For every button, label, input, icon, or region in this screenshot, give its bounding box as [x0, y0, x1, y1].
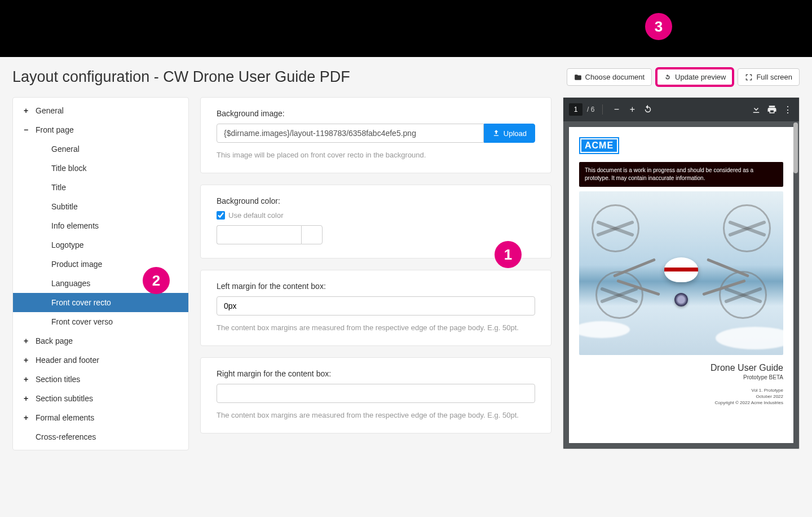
- sidebar-item-label: General: [51, 144, 80, 154]
- sidebar-item-info-elements[interactable]: Info elements: [13, 216, 188, 235]
- zoom-out-icon[interactable]: −: [611, 104, 622, 115]
- refresh-icon: [664, 73, 672, 81]
- more-icon[interactable]: ⋮: [782, 104, 793, 115]
- sidebar-item-label: Logotype: [51, 240, 84, 249]
- toolbar-divider: [602, 104, 603, 115]
- bg-image-help: This image will be placed on front cover…: [217, 151, 535, 159]
- doc-title: Drone User Guide: [579, 363, 783, 373]
- pdf-page-total: / 6: [587, 106, 594, 113]
- page-title: Layout configuration - CW Drone User Gui…: [12, 68, 350, 86]
- sidebar-item-front-cover-verso[interactable]: Front cover verso: [13, 312, 188, 331]
- zoom-in-icon[interactable]: +: [626, 104, 638, 115]
- sidebar-item-label: Front cover recto: [51, 298, 111, 307]
- choose-document-button[interactable]: Choose document: [567, 68, 652, 86]
- bg-image-input[interactable]: [217, 124, 484, 143]
- acme-logo: ACME: [579, 137, 619, 154]
- page-header: Layout configuration - CW Drone User Gui…: [12, 68, 800, 86]
- pdf-page-preview: ACME This document is a work in progress…: [569, 127, 793, 443]
- sidebar-item-label: Info elements: [51, 221, 99, 230]
- expand-icon: +: [23, 413, 29, 422]
- doc-meta-date: October 2022: [579, 393, 783, 400]
- sidebar-item-front-cover-recto[interactable]: Front cover recto: [13, 293, 188, 312]
- preview-column: 1 / 6 − + ⋮: [563, 97, 800, 449]
- expand-icon: +: [23, 375, 29, 384]
- bg-color-card: Background color: Use default color: [200, 185, 551, 258]
- color-swatch[interactable]: [301, 225, 323, 244]
- sidebar-item-label: Title: [51, 183, 66, 192]
- right-margin-input[interactable]: [217, 384, 535, 403]
- pdf-page-current[interactable]: 1: [569, 103, 582, 116]
- print-icon[interactable]: [766, 104, 778, 115]
- bg-image-card: Background image: Upload This image will…: [200, 97, 551, 173]
- doc-footer: Drone User Guide Prototype BETA Vol 1. P…: [579, 363, 783, 406]
- sidebar-item-label: Front page: [36, 125, 74, 134]
- sidebar-item-product-image[interactable]: Product image: [13, 255, 188, 274]
- expand-icon: +: [23, 336, 29, 345]
- sidebar-item-title[interactable]: Title: [13, 178, 188, 197]
- top-black-bar: [0, 0, 812, 57]
- expand-icon: +: [23, 106, 29, 115]
- sidebar-item-title-block[interactable]: Title block: [13, 159, 188, 178]
- pdf-toolbar: 1 / 6 − + ⋮: [563, 98, 799, 121]
- update-preview-label: Update preview: [675, 73, 726, 81]
- upload-label: Upload: [504, 129, 527, 138]
- sidebar-item-section-titles[interactable]: +Section titles: [13, 370, 188, 389]
- sidebar-item-header-and-footer[interactable]: +Header and footer: [13, 350, 188, 370]
- bg-color-label: Background color:: [217, 196, 535, 205]
- doc-subtitle: Prototype BETA: [579, 374, 783, 380]
- doc-meta-copyright: Copyright © 2022 Acme Industries: [579, 400, 783, 406]
- fullscreen-icon: [745, 73, 753, 81]
- sidebar-item-label: Subtitle: [51, 202, 78, 211]
- bg-image-label: Background image:: [217, 109, 535, 118]
- left-margin-help: The content box margins are measured fro…: [217, 323, 535, 332]
- download-icon[interactable]: [751, 104, 762, 115]
- sidebar-item-label: Formal elements: [36, 413, 94, 422]
- sidebar-item-back-page[interactable]: +Back page: [13, 331, 188, 350]
- update-preview-button[interactable]: Update preview: [656, 68, 733, 86]
- prototype-warning-banner: This document is a work in progress and …: [579, 162, 783, 187]
- expand-icon: −: [23, 125, 29, 134]
- rotate-icon[interactable]: [642, 104, 654, 115]
- pdf-viewer: 1 / 6 − + ⋮: [563, 97, 800, 449]
- sidebar-item-label: Section titles: [36, 375, 80, 384]
- drone-product-image: [579, 191, 783, 355]
- sidebar-item-label: Product image: [51, 260, 102, 269]
- sidebar-item-label: Section subtitles: [36, 394, 93, 403]
- sidebar-item-section-subtitles[interactable]: +Section subtitles: [13, 389, 188, 408]
- sidebar-item-label: Back page: [36, 336, 73, 345]
- color-picker[interactable]: [217, 225, 535, 244]
- sidebar-item-subtitle[interactable]: Subtitle: [13, 197, 188, 216]
- right-margin-card: Right margin for the content box: The co…: [200, 357, 551, 433]
- sidebar-item-label: General: [36, 106, 64, 115]
- sidebar-nav: 2 +General−Front pageGeneralTitle blockT…: [12, 97, 189, 450]
- sidebar-item-cross-references[interactable]: Cross-references: [13, 427, 188, 446]
- full-screen-button[interactable]: Full screen: [738, 68, 800, 86]
- use-default-color-row[interactable]: Use default color: [217, 211, 535, 220]
- sidebar-item-label: Title block: [51, 164, 87, 173]
- left-margin-label: Left margin for the content box:: [217, 282, 535, 291]
- use-default-color-checkbox[interactable]: [217, 211, 225, 220]
- sidebar-item-label: Cross-references: [36, 432, 96, 441]
- sidebar-item-label: Header and footer: [36, 356, 99, 365]
- sidebar-item-formal-elements[interactable]: +Formal elements: [13, 408, 188, 427]
- left-margin-input[interactable]: [217, 296, 535, 316]
- header-buttons: Choose document Update preview Full scre…: [567, 68, 800, 86]
- sidebar-item-general[interactable]: +General: [13, 101, 188, 120]
- full-screen-label: Full screen: [756, 73, 792, 81]
- doc-meta-vol: Vol 1. Prototype: [579, 387, 783, 393]
- expand-icon: +: [23, 394, 29, 403]
- sidebar-item-logotype[interactable]: Logotype: [13, 235, 188, 255]
- pdf-scrollbar[interactable]: [793, 122, 798, 173]
- use-default-color-label: Use default color: [228, 211, 284, 220]
- sidebar-item-front-page[interactable]: −Front page: [13, 120, 188, 139]
- sidebar-item-languages[interactable]: Languages: [13, 274, 188, 293]
- sidebar-item-general[interactable]: General: [13, 139, 188, 159]
- sidebar-item-label: Languages: [51, 279, 90, 288]
- upload-icon: [492, 129, 500, 137]
- color-value-box[interactable]: [217, 225, 301, 244]
- form-column: Background image: Upload This image will…: [200, 97, 551, 433]
- expand-icon: +: [23, 356, 29, 365]
- right-margin-label: Right margin for the content box:: [217, 369, 535, 378]
- folder-open-icon: [574, 73, 582, 81]
- upload-button[interactable]: Upload: [484, 124, 535, 143]
